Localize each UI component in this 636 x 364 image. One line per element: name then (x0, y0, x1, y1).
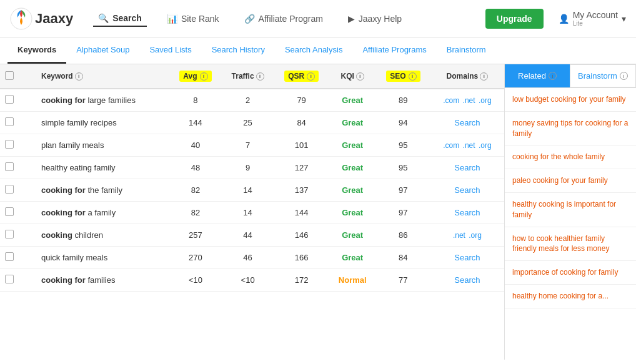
row-checkbox[interactable] (0, 179, 19, 202)
affiliate-icon: 🔗 (244, 14, 255, 24)
avg-cell: 270 (169, 247, 221, 269)
traffic-info-icon[interactable]: i (256, 72, 264, 81)
tab-search-analysis[interactable]: Search Analysis (275, 37, 353, 64)
domain-links: .net .org (452, 231, 482, 240)
qsr-cell: 166 (274, 247, 329, 269)
panel-tab-related[interactable]: Related i (505, 64, 570, 87)
row-checkbox[interactable] (0, 247, 19, 269)
qsr-cell: 172 (274, 269, 329, 292)
brainstorm-info-icon[interactable]: i (620, 72, 628, 80)
nav-site-rank[interactable]: 📊 Site Rank (162, 11, 224, 26)
search-nav-icon: 🔍 (98, 13, 109, 23)
domains-cell[interactable]: Search (430, 247, 504, 269)
related-list-item[interactable]: importance of cooking for family (505, 261, 636, 285)
upgrade-button[interactable]: Upgrade (485, 9, 544, 29)
avg-cell: 257 (169, 224, 221, 247)
header: Jaaxy 🔍 Search 📊 Site Rank 🔗 Affiliate P… (0, 0, 636, 37)
row-checkbox[interactable] (0, 112, 19, 134)
panel-tabs: Related i Brainstorm i (505, 64, 636, 88)
domains-info-icon[interactable]: i (480, 72, 488, 81)
logo-icon (10, 7, 32, 30)
tab-saved-lists[interactable]: Saved Lists (139, 37, 201, 64)
col-seo: SEO i (376, 64, 430, 89)
domains-cell[interactable]: .com .net .org (430, 89, 504, 112)
domains-cell[interactable]: Search (430, 112, 504, 134)
qsr-cell: 146 (274, 224, 329, 247)
nav-help-label: Jaaxy Help (359, 14, 402, 24)
tab-brainstorm[interactable]: Brainstorm (437, 37, 496, 64)
row-checkbox[interactable] (0, 134, 19, 157)
nav-search[interactable]: 🔍 Search (93, 11, 147, 27)
avg-cell: 144 (169, 112, 221, 134)
related-label: Related (518, 71, 546, 81)
chevron-down-icon: ▾ (622, 14, 626, 24)
domains-cell[interactable]: .com .net .org (430, 134, 504, 157)
domain-search-link[interactable]: Search (454, 185, 480, 195)
avg-info-icon[interactable]: i (200, 72, 208, 81)
table-row: quick family meals27046166Great84Search (0, 247, 504, 269)
related-list-item[interactable]: paleo cooking for your family (505, 169, 636, 193)
related-list-item[interactable]: cooking for the whole family (505, 145, 636, 169)
nav-affiliate[interactable]: 🔗 Affiliate Program (239, 11, 328, 26)
traffic-cell: 9 (222, 157, 274, 179)
related-list-item[interactable]: healthy home cooking for a... (505, 285, 636, 308)
site-rank-icon: 📊 (167, 14, 177, 24)
row-checkbox[interactable] (0, 157, 19, 179)
related-list-item[interactable]: healthy cooking is important for family (505, 193, 636, 227)
tab-alphabet-soup[interactable]: Alphabet Soup (66, 37, 139, 64)
qsr-cell: 137 (274, 179, 329, 202)
qsr-info-icon[interactable]: i (307, 72, 315, 81)
domain-links: .com .net .org (442, 96, 492, 105)
domains-cell[interactable]: Search (430, 269, 504, 292)
domain-search-link[interactable]: Search (454, 253, 480, 262)
domain-search-link[interactable]: Search (454, 275, 480, 285)
keyword-cell: cooking for the family (19, 179, 169, 202)
qsr-cell: 79 (274, 89, 329, 112)
domain-search-link[interactable]: Search (454, 163, 480, 172)
traffic-cell: 44 (222, 224, 274, 247)
select-all-checkbox[interactable] (0, 64, 19, 89)
domains-cell[interactable]: Search (430, 157, 504, 179)
avg-cell: 82 (169, 179, 221, 202)
right-panel: Related i Brainstorm i low budget cookin… (505, 64, 636, 360)
kqi-cell: Great (329, 202, 376, 224)
nav-affiliate-label: Affiliate Program (259, 14, 323, 24)
traffic-cell: 7 (222, 134, 274, 157)
seo-info-icon[interactable]: i (409, 72, 417, 81)
my-account[interactable]: 👤 My Account Lite ▾ (559, 10, 626, 27)
seo-cell: 97 (376, 179, 430, 202)
keyword-cell: quick family meals (19, 247, 169, 269)
tab-affiliate-programs[interactable]: Affiliate Programs (352, 37, 436, 64)
related-list-item[interactable]: low budget cooking for your family (505, 88, 636, 112)
domain-search-link[interactable]: Search (454, 208, 480, 217)
related-list-item[interactable]: money saving tips for cooking for a fami… (505, 112, 636, 146)
table-row: healthy eating family489127Great95Search (0, 157, 504, 179)
domain-links: .com .net .org (442, 141, 492, 150)
row-checkbox[interactable] (0, 269, 19, 292)
table-row: cooking for families<10<10172Normal77Sea… (0, 269, 504, 292)
row-checkbox[interactable] (0, 89, 19, 112)
domains-cell[interactable]: Search (430, 202, 504, 224)
related-list-item[interactable]: how to cook healthier family friendly me… (505, 227, 636, 262)
tab-search-history[interactable]: Search History (202, 37, 275, 64)
domains-cell[interactable]: Search (430, 179, 504, 202)
keyword-info-icon[interactable]: i (75, 72, 83, 81)
kqi-info-icon[interactable]: i (356, 72, 364, 81)
seo-cell: 95 (376, 157, 430, 179)
avg-cell: 48 (169, 157, 221, 179)
related-info-icon[interactable]: i (549, 72, 557, 80)
domains-cell[interactable]: .net .org (430, 224, 504, 247)
row-checkbox[interactable] (0, 202, 19, 224)
logo[interactable]: Jaaxy (10, 7, 73, 30)
row-checkbox[interactable] (0, 224, 19, 247)
traffic-cell: 25 (222, 112, 274, 134)
kqi-cell: Great (329, 157, 376, 179)
qsr-cell: 84 (274, 112, 329, 134)
keyword-cell: healthy eating family (19, 157, 169, 179)
tab-keywords[interactable]: Keywords (7, 37, 66, 64)
domain-search-link[interactable]: Search (454, 118, 480, 127)
nav-help[interactable]: ▶ Jaaxy Help (343, 11, 407, 26)
keyword-cell: cooking for a family (19, 202, 169, 224)
panel-tab-brainstorm[interactable]: Brainstorm i (570, 64, 636, 87)
brainstorm-label: Brainstorm (578, 71, 617, 81)
